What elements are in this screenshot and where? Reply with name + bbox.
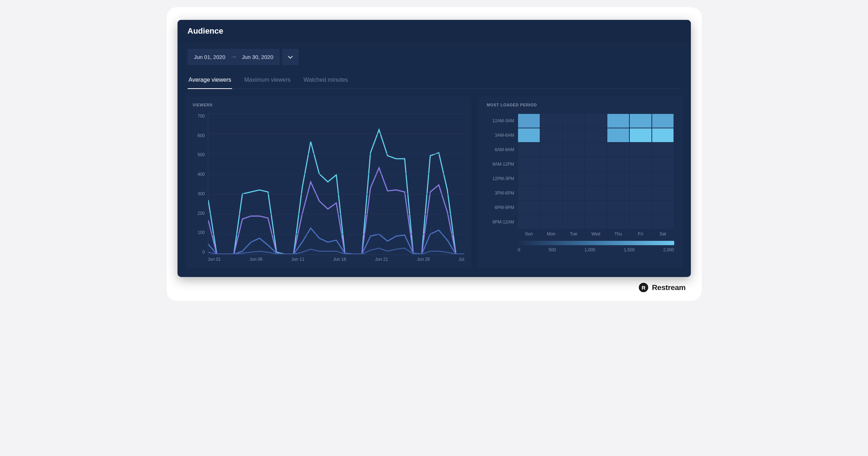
- analytics-panel: Audience Jun 01, 2020 → Jun 30, 2020 Ave…: [178, 20, 691, 277]
- heatmap-cell: [518, 215, 540, 229]
- heatmap-cell: [563, 215, 585, 229]
- heatmap-cell: [629, 142, 652, 157]
- heatmap-cell: [585, 114, 607, 128]
- heatmap-cell: [540, 200, 563, 215]
- heatmap-cell: [563, 171, 585, 186]
- heatmap-cell: [607, 157, 629, 171]
- heatmap-row-label: 12PM-3PM: [487, 171, 518, 186]
- heatmap-cell: [563, 200, 585, 215]
- heatmap-cell: [629, 114, 652, 128]
- heatmap-cell: [585, 200, 607, 215]
- tab-maximum-viewers[interactable]: Maximum viewers: [243, 73, 291, 89]
- series-line-series-cyan: [208, 129, 465, 254]
- viewers-lines-svg: [208, 114, 465, 254]
- heatmap-cell: [652, 215, 674, 229]
- heatmap-cell: [629, 157, 652, 171]
- heatmap-gradient-bar: [518, 241, 674, 245]
- heatmap-cell: [585, 171, 607, 186]
- date-end: Jun 30, 2020: [242, 54, 273, 60]
- heatmap-cell: [563, 186, 585, 200]
- heatmap-card: MOST LOADED PERIOD 12AM-3AM3AM-6AM6AM-9A…: [478, 96, 683, 268]
- brand-footer: R Restream: [178, 277, 691, 294]
- heatmap-row-label: 6PM-9PM: [487, 200, 518, 215]
- heatmap-row-label: 12AM-3AM: [487, 114, 518, 128]
- heatmap-cell: [585, 128, 607, 142]
- date-range-group: Jun 01, 2020 → Jun 30, 2020: [188, 49, 299, 65]
- metric-tabs: Average viewersMaximum viewersWatched mi…: [188, 73, 681, 89]
- heatmap-row-label: 9AM-12PM: [487, 157, 518, 171]
- heatmap-cell: [563, 114, 585, 128]
- heatmap-cell: [540, 186, 563, 200]
- panel-header: Audience: [178, 20, 691, 42]
- heatmap-row-label: 3AM-6AM: [487, 128, 518, 142]
- heatmap-cell: [563, 142, 585, 157]
- heatmap-legend-ticks: 05001,0001,5002,000: [518, 247, 674, 252]
- heatmap-cell: [607, 128, 629, 142]
- heatmap-cell: [629, 171, 652, 186]
- arrow-right-icon: →: [230, 53, 237, 61]
- heatmap-cell: [629, 128, 652, 142]
- date-range-dropdown[interactable]: [282, 49, 299, 65]
- heatmap-cell: [652, 171, 674, 186]
- viewers-x-axis: Jun 01Jun 06Jun 11Jun 16Jun 21Jun 26Jul: [208, 257, 465, 262]
- viewers-chart-card: VIEWERS 7006005004003002001000 Jun 01Jun…: [185, 96, 472, 268]
- heatmap-row-label: 6AM-9AM: [487, 142, 518, 157]
- heatmap-cell: [629, 215, 652, 229]
- viewers-card-title: VIEWERS: [193, 103, 465, 107]
- heatmap-cell: [540, 215, 563, 229]
- heatmap-cell: [607, 186, 629, 200]
- heatmap-cell: [563, 128, 585, 142]
- heatmap-cell: [607, 200, 629, 215]
- heatmap-x-axis: SunMonTueWedThuFriSat: [487, 231, 674, 236]
- series-line-series-blue: [208, 228, 465, 254]
- heatmap-cell: [518, 157, 540, 171]
- controls-row: Jun 01, 2020 → Jun 30, 2020 Average view…: [178, 42, 691, 89]
- heatmap-cell: [585, 142, 607, 157]
- heatmap-cell: [540, 142, 563, 157]
- heatmap-cell: [563, 157, 585, 171]
- heatmap-cell: [540, 171, 563, 186]
- heatmap-cell: [607, 114, 629, 128]
- tab-average-viewers[interactable]: Average viewers: [188, 73, 232, 89]
- heatmap-legend: 05001,0001,5002,000: [518, 241, 674, 252]
- heatmap-card-title: MOST LOADED PERIOD: [487, 103, 674, 107]
- heatmap-cell: [585, 186, 607, 200]
- date-range-picker[interactable]: Jun 01, 2020 → Jun 30, 2020: [188, 49, 280, 65]
- heatmap-cell: [652, 114, 674, 128]
- heatmap-cell: [518, 142, 540, 157]
- heatmap-cell: [585, 215, 607, 229]
- viewers-plot-area: [208, 114, 465, 255]
- heatmap-cell: [607, 142, 629, 157]
- date-start: Jun 01, 2020: [194, 54, 226, 60]
- restream-logo-text: Restream: [652, 283, 685, 292]
- heatmap-cell: [629, 200, 652, 215]
- heatmap-cell: [585, 157, 607, 171]
- heatmap-cell: [652, 142, 674, 157]
- page-title: Audience: [188, 26, 681, 36]
- heatmap-row-label: 3PM-6PM: [487, 186, 518, 200]
- heatmap-cell: [518, 128, 540, 142]
- heatmap-cell: [652, 157, 674, 171]
- heatmap-cell: [518, 114, 540, 128]
- heatmap-cell: [652, 186, 674, 200]
- heatmap-cell: [518, 186, 540, 200]
- heatmap-cell: [518, 200, 540, 215]
- chevron-down-icon: [288, 55, 293, 59]
- heatmap-cell: [540, 114, 563, 128]
- heatmap-cell: [607, 171, 629, 186]
- heatmap-cell: [607, 215, 629, 229]
- heatmap-cell: [540, 157, 563, 171]
- heatmap-cell: [652, 128, 674, 142]
- series-line-series-navy: [208, 248, 465, 254]
- restream-logo-icon: R: [639, 283, 648, 292]
- heatmap-cell: [518, 171, 540, 186]
- tab-watched-minutes[interactable]: Watched minutes: [303, 73, 349, 89]
- viewers-y-axis: 7006005004003002001000: [193, 114, 208, 255]
- heatmap-cell: [652, 200, 674, 215]
- heatmap-row-label: 9PM-12AM: [487, 215, 518, 229]
- heatmap-cell: [629, 186, 652, 200]
- heatmap-grid: 12AM-3AM3AM-6AM6AM-9AM9AM-12PM12PM-3PM3P…: [487, 114, 674, 229]
- heatmap-cell: [540, 128, 563, 142]
